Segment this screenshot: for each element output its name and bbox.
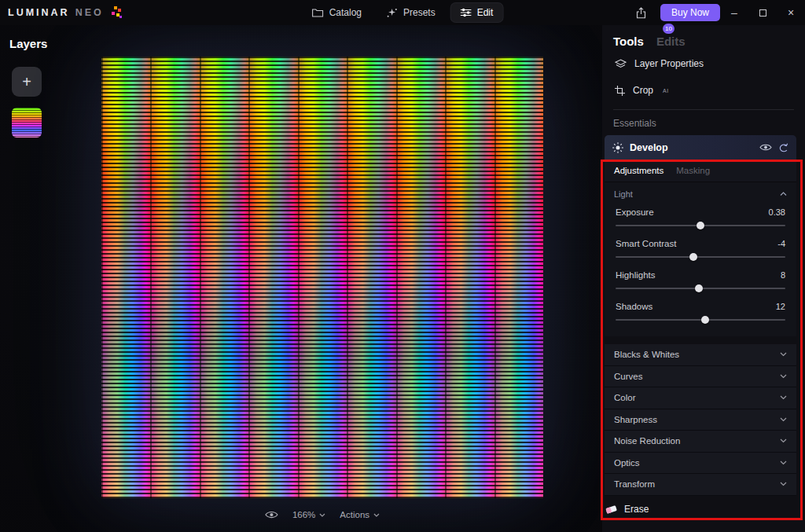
develop-tool: Develop Adjustments Masking Light: [605, 135, 796, 496]
presets-button[interactable]: Presets: [377, 3, 445, 22]
notification-badge[interactable]: 10: [663, 24, 675, 34]
chevron-down-icon: [780, 352, 787, 357]
section-label: Optics: [614, 458, 640, 468]
ai-badge: AI: [663, 88, 669, 94]
section-optics[interactable]: Optics: [605, 453, 796, 475]
add-layer-button[interactable]: +: [12, 67, 42, 97]
tab-adjustments[interactable]: Adjustments: [614, 166, 663, 175]
right-panel-tabs: Tools Edits: [602, 25, 805, 50]
develop-tabs: Adjustments Masking: [605, 160, 796, 182]
folder-icon: [312, 8, 324, 17]
minimize-button[interactable]: –: [720, 0, 748, 25]
top-bar: LUMINAR NEO Catalog Presets: [0, 0, 805, 25]
section-label: Curves: [614, 372, 642, 381]
sliders-icon: [461, 8, 472, 17]
zoom-level-dropdown[interactable]: 166%: [292, 510, 325, 519]
section-curves[interactable]: Curves: [605, 366, 796, 388]
slider-value: 8: [781, 270, 785, 280]
light-section-label: Light: [614, 189, 633, 199]
light-section: Light Exposure 0.38 Smart Contrast -4: [605, 182, 796, 336]
visibility-eye-icon[interactable]: [759, 143, 772, 152]
layer-properties-item[interactable]: Layer Properties: [602, 50, 805, 76]
adjustment-exposure: Exposure 0.38: [616, 207, 785, 226]
adjustment-highlights: Highlights 8: [616, 270, 785, 289]
slider-knob[interactable]: [701, 316, 709, 324]
slider-label: Smart Contrast: [616, 239, 676, 248]
eraser-icon: [605, 504, 617, 514]
close-button[interactable]: ×: [777, 0, 805, 25]
section-sharpness[interactable]: Sharpness: [605, 409, 796, 431]
layer-thumbnail[interactable]: [12, 108, 42, 138]
section-label: Noise Reduction: [614, 436, 680, 446]
layer-properties-label: Layer Properties: [634, 58, 704, 69]
slider-label: Highlights: [616, 270, 656, 280]
slider-knob[interactable]: [689, 253, 697, 261]
layers-stack-icon: [615, 59, 627, 69]
chevron-down-icon: [780, 417, 787, 422]
tab-edits[interactable]: Edits: [656, 35, 686, 48]
develop-title: Develop: [630, 142, 753, 153]
catalog-label: Catalog: [329, 7, 362, 18]
sparkle-icon: [387, 8, 398, 18]
section-label: Transform: [614, 479, 655, 489]
app-logo: LUMINAR NEO: [8, 0, 122, 25]
edit-button[interactable]: Edit: [451, 3, 503, 22]
top-right-cluster: Buy Now – ×: [630, 0, 805, 25]
chevron-down-icon: [373, 513, 380, 517]
section-transform[interactable]: Transform: [605, 474, 796, 496]
maximize-button[interactable]: [748, 0, 777, 25]
section-blacks-whites[interactable]: Blacks & Whites: [605, 344, 796, 366]
app-window: { "topbar": { "logo_luminar": "LUMINAR",…: [0, 0, 805, 532]
layers-panel-title: Layers: [9, 37, 47, 50]
section-noise-reduction[interactable]: Noise Reduction: [605, 431, 796, 453]
adjustment-smart-contrast: Smart Contrast -4: [616, 239, 785, 258]
slider-value: 0.38: [769, 207, 785, 217]
actions-dropdown[interactable]: Actions: [340, 510, 380, 519]
develop-header[interactable]: Develop: [605, 135, 796, 160]
sun-icon: [612, 142, 623, 153]
light-section-header[interactable]: Light: [614, 189, 787, 199]
slider-track[interactable]: [616, 256, 785, 258]
crop-icon: [615, 86, 625, 96]
logo-pixels-icon: [109, 6, 122, 19]
image-canvas[interactable]: [101, 57, 543, 498]
logo-luminar-text: LUMINAR: [8, 7, 70, 18]
buy-now-button[interactable]: Buy Now: [660, 4, 720, 21]
slider-knob[interactable]: [695, 284, 703, 292]
eye-icon: [265, 510, 278, 519]
section-color[interactable]: Color: [605, 387, 796, 409]
divider: [613, 109, 794, 110]
chevron-down-icon: [780, 395, 787, 400]
slider-track[interactable]: [616, 288, 785, 289]
chevron-down-icon: [780, 482, 787, 486]
slider-label: Shadows: [616, 302, 652, 311]
chevron-down-icon: [780, 438, 787, 443]
essentials-section-label: Essentials: [602, 116, 805, 135]
crop-label: Crop: [633, 85, 653, 96]
presets-label: Presets: [403, 7, 436, 18]
logo-neo-text: NEO: [75, 7, 104, 18]
slider-value: 12: [776, 302, 785, 311]
zoom-level-value: 166%: [292, 510, 315, 519]
preview-toggle-button[interactable]: [265, 510, 278, 519]
erase-tool[interactable]: Erase: [602, 496, 805, 515]
reset-undo-icon[interactable]: [778, 143, 788, 152]
maximize-icon: [759, 9, 766, 17]
tab-tools[interactable]: Tools: [613, 35, 644, 48]
right-panel: Tools Edits Layer Properties Crop AI Ess…: [602, 25, 805, 532]
erase-label: Erase: [624, 504, 649, 515]
canvas-toolbar: 166% Actions: [265, 510, 380, 519]
tab-masking[interactable]: Masking: [676, 166, 710, 175]
slider-value: -4: [777, 239, 785, 248]
slider-knob[interactable]: [697, 222, 704, 229]
slider-track[interactable]: [616, 319, 785, 321]
share-export-button[interactable]: [630, 4, 652, 22]
section-label: Color: [614, 393, 635, 402]
chevron-down-icon: [780, 460, 787, 465]
catalog-button[interactable]: Catalog: [303, 3, 371, 22]
top-nav: Catalog Presets Edit: [303, 0, 503, 25]
collapsed-sections: Blacks & Whites Curves Color Sharpness N…: [605, 344, 796, 496]
slider-track[interactable]: [616, 225, 785, 226]
adjustment-shadows: Shadows 12: [616, 302, 785, 321]
crop-item[interactable]: Crop AI: [602, 76, 805, 103]
